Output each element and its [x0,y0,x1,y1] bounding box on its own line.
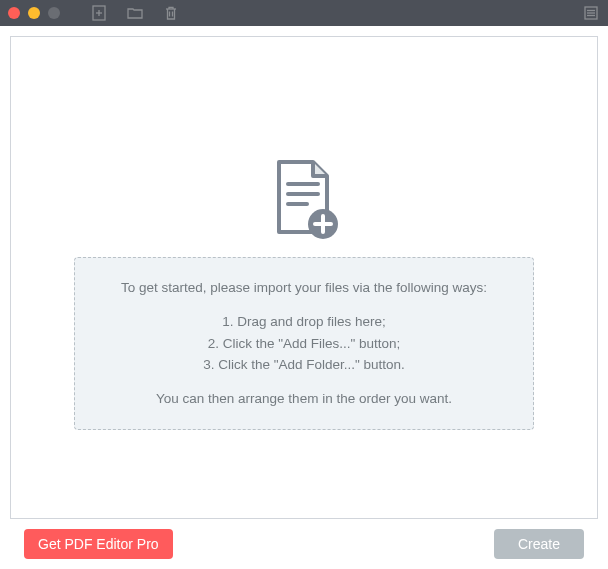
create-button: Create [494,529,584,559]
instruction-step-3: 3. Click the "Add Folder..." button. [97,355,511,375]
get-pdf-editor-pro-button[interactable]: Get PDF Editor Pro [24,529,173,559]
delete-icon[interactable] [162,4,180,22]
toolbar [90,4,180,22]
close-window-button[interactable] [8,7,20,19]
instructions-list: 1. Drag and drop files here; 2. Click th… [97,312,511,375]
content-panel[interactable]: To get started, please import your files… [10,36,598,519]
instructions-box: To get started, please import your files… [74,257,534,430]
instructions-footer: You can then arrange them in the order y… [97,389,511,409]
add-files-icon[interactable] [90,4,108,22]
window-controls [8,7,60,19]
instructions-intro: To get started, please import your files… [97,278,511,298]
document-add-icon [264,157,344,247]
add-folder-icon[interactable] [126,4,144,22]
minimize-window-button[interactable] [28,7,40,19]
bottom-bar: Get PDF Editor Pro Create [10,519,598,569]
main-area: To get started, please import your files… [0,26,608,569]
maximize-window-button[interactable] [48,7,60,19]
instruction-step-2: 2. Click the "Add Files..." button; [97,334,511,354]
list-view-icon[interactable] [582,4,600,22]
titlebar [0,0,608,26]
instruction-step-1: 1. Drag and drop files here; [97,312,511,332]
